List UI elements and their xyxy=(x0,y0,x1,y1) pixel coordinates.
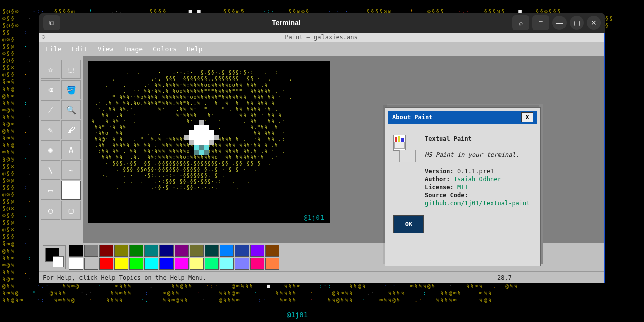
license-link[interactable]: MIT xyxy=(457,184,468,191)
toolbox: ☆⬚⌫🪣⁄🔍✎🖌✺A\~▭L○▢ xyxy=(39,56,83,259)
tool-line[interactable]: \ xyxy=(41,160,60,180)
footer-handle: @1j01 xyxy=(287,311,308,319)
paint-program-icon xyxy=(393,135,418,163)
color-swatch[interactable] xyxy=(250,245,264,257)
color-swatch[interactable] xyxy=(205,258,219,270)
color-swatch[interactable] xyxy=(159,258,174,270)
minimize-icon: — xyxy=(556,19,563,27)
status-help: For Help, click Help Topics on the Help … xyxy=(39,272,493,283)
maximize-icon: ▢ xyxy=(574,19,580,27)
minimize-button[interactable]: — xyxy=(552,16,567,30)
canvas-signature: @1j01 xyxy=(304,215,325,221)
tool-select[interactable]: ⬚ xyxy=(61,60,81,79)
window-titlebar[interactable]: ⧉ Terminal ⌕ ≡ — ▢ ✕ xyxy=(39,13,605,33)
tool-pencil[interactable]: ✎ xyxy=(41,120,60,139)
license-label: License: xyxy=(425,184,454,191)
dialog-title: About Paint xyxy=(392,114,432,121)
search-icon: ⌕ xyxy=(519,19,523,27)
color-swatch[interactable] xyxy=(220,245,234,257)
tool-magnifier[interactable]: 🔍 xyxy=(61,100,81,119)
dialog-titlebar[interactable]: About Paint X xyxy=(388,111,537,124)
tool-polygon[interactable]: L xyxy=(61,181,81,200)
color-swatch[interactable] xyxy=(190,245,204,257)
color-swatches xyxy=(69,245,279,270)
color-swatch[interactable] xyxy=(129,258,143,270)
color-swatch[interactable] xyxy=(144,258,158,270)
tool-text[interactable]: A xyxy=(61,140,81,159)
color-swatch[interactable] xyxy=(99,258,113,270)
color-swatch[interactable] xyxy=(69,245,83,257)
ok-button[interactable]: OK xyxy=(393,215,424,233)
status-coords: 28,7 xyxy=(493,272,548,283)
menu-help[interactable]: Help xyxy=(183,44,206,54)
app-name: Textual Paint xyxy=(425,135,472,142)
status-extra xyxy=(548,272,604,283)
app-subtitle-bar: ○ Paint — galaxies.ans xyxy=(39,33,604,42)
menubar: File Edit View Image Colors Help xyxy=(39,42,604,56)
menu-colors[interactable]: Colors xyxy=(149,44,181,54)
hamburger-menu-button[interactable]: ≡ xyxy=(532,15,549,30)
color-swatch[interactable] xyxy=(220,258,234,270)
tool-pick-color[interactable]: ⁄ xyxy=(41,100,60,119)
color-swatch[interactable] xyxy=(265,245,279,257)
source-link[interactable]: github.com/1j01/textual-paint xyxy=(425,200,530,207)
color-swatch[interactable] xyxy=(144,245,158,257)
color-swatch[interactable] xyxy=(84,245,98,257)
color-swatch[interactable] xyxy=(175,245,189,257)
color-swatch[interactable] xyxy=(114,245,128,257)
color-swatch[interactable] xyxy=(114,258,128,270)
menu-file[interactable]: File xyxy=(42,44,65,54)
color-swatch[interactable] xyxy=(84,258,98,270)
control-dot-icon[interactable]: ○ xyxy=(42,33,45,40)
about-dialog: About Paint X Textual Paint MS Paint in … xyxy=(385,107,541,266)
author-link[interactable]: Isaiah Odhner xyxy=(454,176,501,183)
color-swatch[interactable] xyxy=(190,258,204,270)
app-tagline: MS Paint in your terminal. xyxy=(425,151,519,158)
statusbar: For Help, click Help Topics on the Help … xyxy=(39,271,604,283)
search-button[interactable]: ⌕ xyxy=(512,15,529,30)
color-swatch[interactable] xyxy=(250,258,264,270)
dialog-close-button[interactable]: X xyxy=(521,112,533,122)
version-label: Version: xyxy=(425,168,454,175)
color-swatch[interactable] xyxy=(159,245,174,257)
app-subtitle: Paint — galaxies.ans xyxy=(285,34,358,41)
tool-brush[interactable]: 🖌 xyxy=(61,120,81,139)
color-swatch[interactable] xyxy=(129,245,143,257)
tool-rounded-rectangle[interactable]: ▢ xyxy=(61,201,81,220)
maximize-button[interactable]: ▢ xyxy=(570,16,584,30)
source-label: Source Code: xyxy=(425,192,468,199)
color-swatch[interactable] xyxy=(205,245,219,257)
tool-eraser[interactable]: ⌫ xyxy=(41,80,60,99)
close-window-button[interactable]: ✕ xyxy=(587,16,601,30)
color-swatch[interactable] xyxy=(235,258,249,270)
window-title: Terminal xyxy=(62,19,511,27)
canvas[interactable]: . . · .··.:· §.§§·.§ §§§:§·: . : . .·. §… xyxy=(88,61,330,223)
tool-ellipse[interactable]: ○ xyxy=(41,201,60,220)
version-value: 0.1.1.pre1 xyxy=(457,168,494,175)
dialog-body-text: Textual Paint MS Paint in your terminal.… xyxy=(425,135,532,207)
tool-curve[interactable]: ~ xyxy=(61,160,81,180)
author-label: Author: xyxy=(425,176,450,183)
close-icon: ✕ xyxy=(591,19,597,27)
new-tab-button[interactable]: ⧉ xyxy=(43,15,60,30)
color-swatch[interactable] xyxy=(69,258,83,270)
color-swatch[interactable] xyxy=(265,258,279,270)
menu-edit[interactable]: Edit xyxy=(67,44,91,54)
tool-airbrush[interactable]: ✺ xyxy=(41,140,60,159)
menu-view[interactable]: View xyxy=(94,44,117,54)
background-swatch[interactable] xyxy=(53,256,64,267)
color-swatch[interactable] xyxy=(175,258,189,270)
tool-fill[interactable]: 🪣 xyxy=(61,80,81,99)
color-swatch[interactable] xyxy=(235,245,249,257)
tool-free-form-select[interactable]: ☆ xyxy=(41,60,60,79)
color-swatch[interactable] xyxy=(99,245,113,257)
current-colors[interactable] xyxy=(43,245,66,269)
menu-image[interactable]: Image xyxy=(119,44,147,54)
terminal-surface: ○ Paint — galaxies.ans File Edit View Im… xyxy=(39,33,605,283)
menu-icon: ≡ xyxy=(539,19,543,27)
canvas-sprite xyxy=(184,120,219,155)
tool-rectangle[interactable]: ▭ xyxy=(41,181,60,200)
